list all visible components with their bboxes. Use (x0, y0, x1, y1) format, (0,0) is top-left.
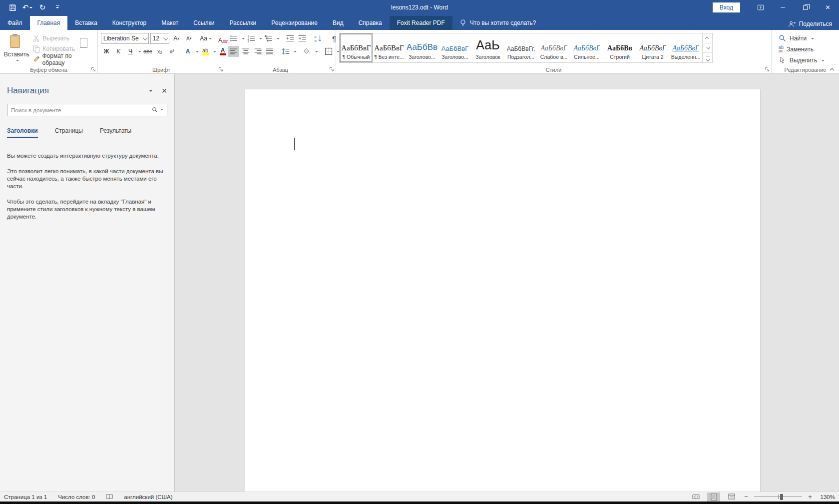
print-layout-button[interactable] (707, 493, 720, 502)
bullets-button[interactable] (228, 33, 239, 44)
text-effects-button[interactable]: А (182, 46, 193, 57)
numbering-caret-icon[interactable] (259, 38, 262, 41)
zoom-slider[interactable] (754, 494, 802, 501)
zoom-out-button[interactable]: − (743, 493, 749, 501)
sort-button[interactable]: АЯ (313, 33, 324, 44)
styles-scroll-down-button[interactable] (703, 43, 712, 53)
style-heading1[interactable]: АаБбВвЗаголово... (406, 33, 438, 62)
tab-home[interactable]: Главная (30, 16, 68, 30)
pane-options-caret-icon[interactable] (149, 90, 152, 93)
align-left-button[interactable] (228, 46, 239, 57)
tab-review[interactable]: Рецензирование (264, 16, 325, 30)
paragraph-dialog-launcher-icon[interactable] (329, 67, 334, 72)
collapse-ribbon-button[interactable] (829, 67, 835, 71)
font-dialog-launcher-icon[interactable] (218, 67, 223, 72)
font-size-dropdown-icon[interactable] (161, 33, 169, 43)
line-spacing-caret-icon[interactable] (294, 51, 297, 54)
tab-foxit-reader-pdf[interactable]: Foxit Reader PDF (390, 16, 452, 30)
tab-design[interactable]: Конструктор (105, 16, 154, 30)
superscript-button[interactable]: x² (166, 46, 177, 57)
close-button[interactable]: ✕ (817, 0, 839, 15)
styles-gallery-more-button[interactable] (703, 53, 712, 62)
find-button[interactable]: Найти (779, 33, 834, 43)
zoom-level-indicator[interactable]: 130% (818, 494, 835, 500)
decrease-indent-button[interactable] (285, 33, 296, 44)
tab-insert[interactable]: Вставка (67, 16, 105, 30)
clipboard-dialog-launcher-icon[interactable] (91, 67, 96, 72)
style-heading2[interactable]: АаБбВвГЗаголово... (438, 33, 471, 62)
format-painter-button[interactable]: Формат по образцу (30, 54, 94, 64)
tab-layout[interactable]: Макет (154, 16, 186, 30)
font-name-combo[interactable]: Liberation Se (101, 33, 149, 44)
save-button[interactable] (6, 1, 19, 14)
page-count-indicator[interactable]: Страница 1 из 1 (4, 494, 47, 500)
undo-button[interactable]: ↶ (21, 1, 34, 14)
document-search-box[interactable] (7, 104, 167, 116)
styles-dialog-launcher-icon[interactable] (765, 67, 770, 72)
underline-button[interactable]: Ч (125, 46, 136, 57)
replace-button[interactable]: abac Заменить (779, 44, 834, 54)
subscript-button[interactable]: x₂ (154, 46, 165, 57)
restore-button[interactable] (794, 0, 817, 15)
zoom-in-button[interactable]: + (807, 493, 813, 501)
tab-mailings[interactable]: Рассылки (222, 16, 264, 30)
style-subtle-emphasis[interactable]: АаБбВвГСлабое в... (537, 33, 570, 62)
document-page[interactable] (245, 89, 761, 492)
text-effects-caret-icon[interactable] (196, 51, 199, 54)
share-button[interactable]: Поделиться (788, 20, 832, 27)
tab-view[interactable]: Вид (325, 16, 351, 30)
numbering-button[interactable]: 123 (246, 33, 257, 44)
select-button[interactable]: Выделить (779, 55, 834, 65)
sign-in-button[interactable]: Вход (713, 2, 740, 12)
paste-button[interactable]: Вставить (3, 32, 30, 64)
web-layout-button[interactable] (725, 493, 738, 502)
borders-button[interactable] (323, 46, 334, 57)
align-center-button[interactable] (240, 46, 251, 57)
style-subtitle[interactable]: АаБбВвГг,Подзагол... (504, 33, 537, 62)
language-indicator[interactable]: английский (США) (124, 494, 172, 500)
nav-tab-headings[interactable]: Заголовки (7, 127, 38, 138)
search-input[interactable] (7, 107, 148, 113)
style-no-spacing[interactable]: АаБбВвГ¶ Без инте... (373, 33, 406, 62)
minimize-button[interactable]: ─ (772, 0, 794, 15)
strikethrough-button[interactable]: abc (142, 46, 153, 57)
proofing-status-icon[interactable] (106, 494, 113, 500)
shading-button[interactable] (302, 46, 313, 57)
highlight-caret-icon[interactable] (213, 51, 216, 54)
align-right-button[interactable] (252, 46, 263, 57)
shrink-font-button[interactable]: А (183, 33, 194, 44)
tab-help[interactable]: Справка (351, 16, 390, 30)
font-size-combo[interactable]: 12 (150, 33, 169, 44)
customize-qat-button[interactable] (51, 1, 64, 14)
multilevel-list-button[interactable] (263, 33, 274, 44)
tell-me-box[interactable]: Что вы хотите сделать? (459, 16, 536, 30)
style-intense-emphasis[interactable]: АаБбВвГСильное... (570, 33, 603, 62)
word-count-indicator[interactable]: Число слов: 0 (58, 494, 95, 500)
ribbon-display-options-button[interactable] (749, 0, 772, 15)
styles-scroll-up-button[interactable] (703, 33, 712, 43)
style-normal[interactable]: АаБбВвГ¶ Обычный (340, 33, 373, 62)
tab-references[interactable]: Ссылки (186, 16, 222, 30)
pane-close-icon[interactable]: ✕ (161, 87, 167, 95)
nav-tab-pages[interactable]: Страницы (55, 127, 83, 138)
nav-tab-results[interactable]: Результаты (100, 127, 131, 138)
underline-caret-icon[interactable] (138, 51, 141, 54)
shading-caret-icon[interactable] (315, 51, 318, 54)
bold-button[interactable]: Ж (101, 46, 112, 57)
read-mode-button[interactable] (689, 493, 702, 502)
bullets-caret-icon[interactable] (242, 38, 245, 41)
style-quote2[interactable]: АаБбВвГЦитата 2 (636, 33, 669, 62)
style-title[interactable]: АаЬЗаголовок (471, 33, 504, 62)
search-button[interactable] (148, 107, 167, 113)
zoom-slider-handle[interactable] (780, 494, 783, 500)
style-intense-reference[interactable]: АаБбВвГВыделенн... (669, 33, 702, 62)
line-spacing-button[interactable] (280, 46, 291, 57)
redo-button[interactable]: ↻ (36, 1, 49, 14)
increase-indent-button[interactable] (297, 33, 308, 44)
font-name-dropdown-icon[interactable] (141, 33, 148, 43)
italic-button[interactable]: К (113, 46, 124, 57)
search-options-caret-icon[interactable] (160, 109, 163, 112)
highlight-color-button[interactable]: ab (200, 46, 211, 57)
grow-font-button[interactable]: А (171, 33, 182, 44)
style-strong[interactable]: АаБбВвСтрогий (603, 33, 636, 62)
